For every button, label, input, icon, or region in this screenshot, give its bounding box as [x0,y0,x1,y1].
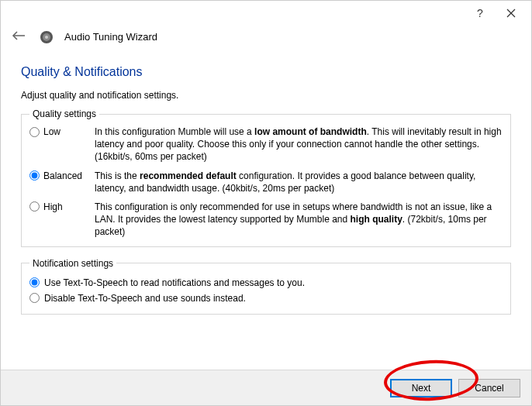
notification-legend: Notification settings [29,258,116,269]
wizard-content: Quality & Notifications Adjust quality a… [1,51,531,315]
svg-point-5 [45,36,48,39]
app-icon [40,30,54,44]
quality-radio-high[interactable] [29,201,40,212]
quality-desc-balanced: This is the recommended default configur… [95,170,503,194]
quality-radio-balanced[interactable] [29,170,40,181]
next-button[interactable]: Next [390,379,452,397]
quality-desc-low: In this configuration Mumble will use a … [95,126,503,163]
quality-radio-low[interactable] [29,127,40,137]
cancel-button[interactable]: Cancel [458,379,520,397]
notification-settings-group: Notification settings Use Text-To-Speech… [21,258,511,315]
help-icon[interactable]: ? [465,2,496,24]
app-title: Audio Tuning Wizard [64,31,157,43]
quality-desc-high: This configuration is only recommended f… [95,201,503,239]
wizard-header: Audio Tuning Wizard [1,26,531,51]
back-arrow-icon[interactable] [9,27,29,46]
quality-label-balanced: Balanced [43,170,82,181]
notification-option-tts[interactable]: Use Text-To-Speech to read notifications… [29,275,503,291]
wizard-button-bar: Next Cancel [1,370,531,405]
quality-option-high[interactable]: High [29,201,90,212]
close-icon[interactable] [496,2,527,24]
quality-settings-group: Quality settings Low In this configurati… [21,108,511,247]
quality-label-low: Low [43,126,60,137]
window-titlebar: ? [1,1,531,26]
quality-option-balanced[interactable]: Balanced [29,170,90,181]
notification-radio-tts[interactable] [29,277,40,287]
quality-label-high: High [43,201,63,212]
notification-radio-sounds[interactable] [29,293,40,303]
page-subtitle: Adjust quality and notification settings… [21,90,511,101]
page-title: Quality & Notifications [21,65,511,79]
quality-option-low[interactable]: Low [29,126,90,137]
notification-label-sounds: Disable Text-To-Speech and use sounds in… [44,293,246,304]
notification-option-sounds[interactable]: Disable Text-To-Speech and use sounds in… [29,291,503,306]
notification-label-tts: Use Text-To-Speech to read notifications… [44,277,305,288]
quality-legend: Quality settings [29,108,99,119]
